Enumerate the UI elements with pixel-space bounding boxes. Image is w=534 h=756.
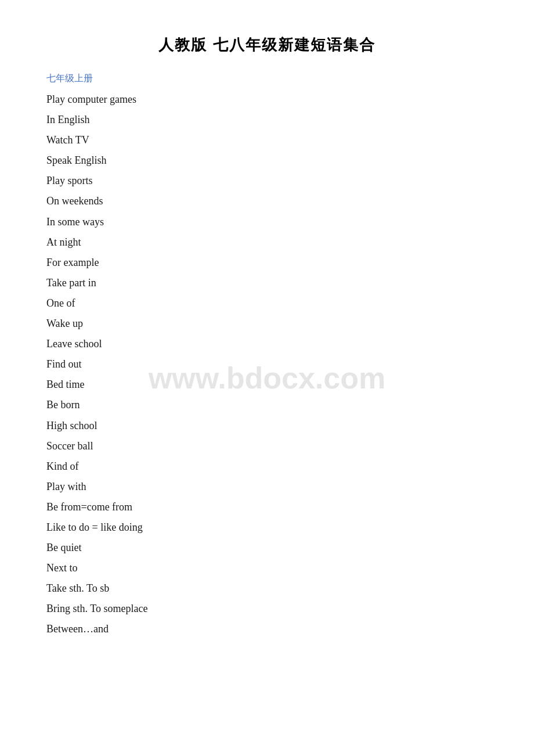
list-item: Between…and [46,619,488,639]
list-item: For example [46,253,488,273]
list-item: Play sports [46,171,488,191]
phrase-list: Play computer gamesIn EnglishWatch TVSpe… [46,89,488,640]
list-item: Play computer games [46,89,488,110]
list-item: Leave school [46,334,488,354]
list-item: High school [46,416,488,436]
list-item: Next to [46,558,488,578]
list-item: Take sth. To sb [46,578,488,599]
list-item: Like to do = like doing [46,517,488,538]
list-item: Find out [46,354,488,375]
list-item: Watch TV [46,130,488,150]
list-item: Bed time [46,375,488,395]
list-item: In English [46,110,488,130]
page-title: 人教版 七八年级新建短语集合 [46,35,488,55]
list-item: Be from=come from [46,497,488,517]
list-item: One of [46,293,488,314]
section-label: 七年级上册 [46,73,488,85]
list-item: Be quiet [46,538,488,558]
list-item: On weekends [46,191,488,211]
list-item: Wake up [46,314,488,334]
list-item: Soccer ball [46,436,488,456]
list-item: Speak English [46,150,488,171]
list-item: Be born [46,395,488,415]
list-item: At night [46,232,488,253]
list-item: Play with [46,477,488,497]
list-item: Take part in [46,273,488,293]
list-item: In some ways [46,212,488,232]
list-item: Kind of [46,456,488,477]
list-item: Bring sth. To someplace [46,599,488,619]
